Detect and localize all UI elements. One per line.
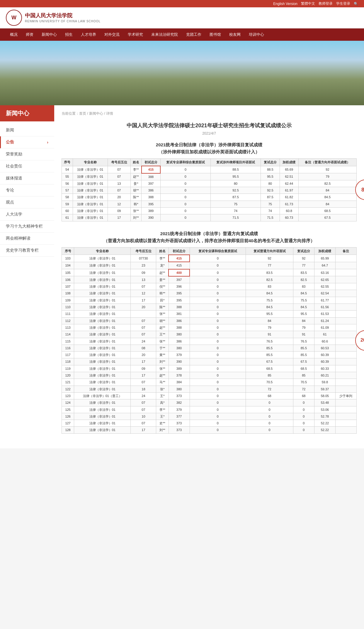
table-cell: 0	[246, 427, 293, 433]
table-cell	[335, 297, 356, 304]
table-cell: 111	[62, 311, 74, 317]
table-cell: 68.5	[293, 365, 314, 372]
table-cell: 71.5	[210, 214, 261, 221]
col-header: 考号后五位	[108, 159, 130, 166]
table-cell: 373	[169, 420, 190, 427]
sidebar-item-responsibility[interactable]: 社会责任	[0, 160, 54, 172]
table-cell: 60.53	[314, 345, 335, 351]
nav-item[interactable]: 对外交流	[100, 28, 124, 41]
table-cell: 10	[131, 413, 156, 420]
table-cell: 0	[190, 365, 246, 372]
sidebar-item-rendalaw[interactable]: 人大法学	[0, 208, 54, 221]
table-cell: 胡**	[156, 317, 169, 324]
nav-item[interactable]: 人才培养	[77, 28, 100, 41]
table-cell: 12	[108, 201, 130, 207]
table-row: 106法律（非法学）0113姜**397082.582.562.65	[62, 276, 357, 283]
table-cell: 07	[131, 420, 156, 427]
table-cell: 59.8	[314, 379, 335, 386]
student-login-link[interactable]: 学生登录	[336, 1, 350, 6]
table-cell: 61.73	[280, 201, 298, 207]
table-cell: 0	[190, 392, 246, 399]
table-cell: 赵**	[156, 269, 169, 276]
table-cell	[335, 283, 356, 290]
table-row: 55法律（非法学）0107赵**388095.595.562.5179	[62, 173, 357, 180]
table-cell: 396	[169, 283, 190, 290]
table-cell: 08	[131, 345, 156, 351]
table-row: 111法律（非法学）01张**381095.595.561.53	[62, 311, 357, 317]
table-row: 103法律（非法学）0107730李**4150929265.99	[62, 255, 357, 262]
nav-item[interactable]: 图书馆	[205, 28, 225, 41]
nav-item[interactable]: 学术研究	[124, 28, 147, 41]
table-cell: 黄**	[156, 352, 169, 358]
english-version-link[interactable]: English Version	[273, 2, 297, 6]
table-row: 112法律（非法学）0107胡**3860848461.24	[62, 317, 357, 324]
sidebar-item-party-history[interactable]: 党史学习教育专栏	[0, 245, 54, 257]
table-cell: 0	[190, 262, 246, 269]
sidebar-item-special[interactable]: 专论	[0, 184, 54, 196]
col-header: 备注	[335, 247, 356, 255]
table-cell: 张**	[130, 208, 142, 214]
table-cell: 0	[190, 297, 246, 304]
table-cell	[335, 352, 356, 358]
table-cell	[335, 317, 356, 324]
nav-item[interactable]: 概况	[6, 28, 22, 41]
table-cell: 17	[108, 214, 130, 221]
table-cell: 91	[246, 331, 293, 338]
table-cell: 83	[293, 283, 314, 290]
table-cell: 法律（非法学）01（普工）	[74, 392, 131, 399]
table-cell: 0	[190, 345, 246, 351]
table-row: 126法律（非法学）0110王*37700052.78	[62, 413, 357, 420]
table-cell	[335, 379, 356, 386]
nav-item[interactable]: 党团工作	[182, 28, 205, 41]
table-cell: 92	[298, 166, 356, 173]
sidebar-item-19spirit[interactable]: 学习十九大精神专栏	[0, 221, 54, 233]
table-cell: 61	[62, 214, 73, 221]
table-cell: 07	[108, 173, 130, 180]
table-cell: 法律（非法学）01	[74, 345, 131, 351]
search-icon[interactable]: 🔍	[354, 2, 358, 6]
traditional-chinese-link[interactable]: 繁體中文	[301, 1, 315, 6]
table-cell	[131, 311, 156, 317]
table-row: 109法律（非法学）0117田*395075.575.561.77	[62, 297, 357, 304]
table-cell: 17	[131, 358, 156, 365]
table-cell: 07	[108, 187, 130, 194]
nav-item[interactable]: 师资	[22, 28, 38, 41]
table-cell: 95.5	[261, 173, 280, 180]
table-row: 123法律（非法学）01（普工）24王*3730686858.05少于单列	[62, 392, 357, 399]
nav-item[interactable]: 未来法治研究院	[147, 28, 182, 41]
table-cell: 60.73	[280, 214, 298, 221]
table-cell: 415	[169, 255, 190, 262]
table-cell: 法律（非法学）01	[74, 269, 131, 276]
table-cell: 田*	[156, 297, 169, 304]
table-cell: 法律（非法学）01	[74, 276, 131, 283]
table-cell	[335, 406, 356, 413]
teacher-login-link[interactable]: 教师登录	[319, 1, 333, 6]
table-cell: 103	[62, 255, 74, 262]
col-header: 复试专业课和综合素质面试	[190, 247, 246, 255]
table-cell: 84	[298, 201, 356, 207]
table-cell: 68.5	[246, 365, 293, 372]
table-cell: 0	[293, 427, 314, 433]
sidebar-item-congress[interactable]: 两会精神解读	[0, 233, 54, 245]
table-cell: 389	[142, 208, 160, 214]
table-cell: 121	[62, 379, 74, 386]
table-cell: 61.09	[314, 324, 335, 331]
col-header: 复试涉外律师项目外语面试	[210, 159, 261, 166]
table-cell: 95.5	[293, 311, 314, 317]
table-cell: 388	[142, 173, 160, 180]
table-cell: 120	[62, 372, 74, 379]
table-cell: 104	[62, 262, 74, 269]
nav-item[interactable]: 校友网	[225, 28, 245, 41]
sidebar-item-news[interactable]: 新闻	[0, 124, 54, 136]
table-row: 110法律（非法学）0120陈**388084.584.561.56	[62, 304, 357, 311]
table-cell: 61.97	[280, 187, 298, 194]
table-cell: 106	[62, 276, 74, 283]
sidebar-item-honor[interactable]: 荣誉奖励	[0, 148, 54, 160]
nav-item[interactable]: 新闻中心	[38, 28, 61, 41]
nav-item[interactable]: 招生	[61, 28, 77, 41]
table-cell: 60.21	[314, 372, 335, 379]
nav-item[interactable]: 培训中心	[245, 28, 268, 41]
sidebar-item-viewpoint[interactable]: 观点	[0, 196, 54, 208]
sidebar-item-media[interactable]: 媒体报道	[0, 172, 54, 184]
sidebar-item-announcement[interactable]: 公告 ›	[0, 136, 54, 148]
